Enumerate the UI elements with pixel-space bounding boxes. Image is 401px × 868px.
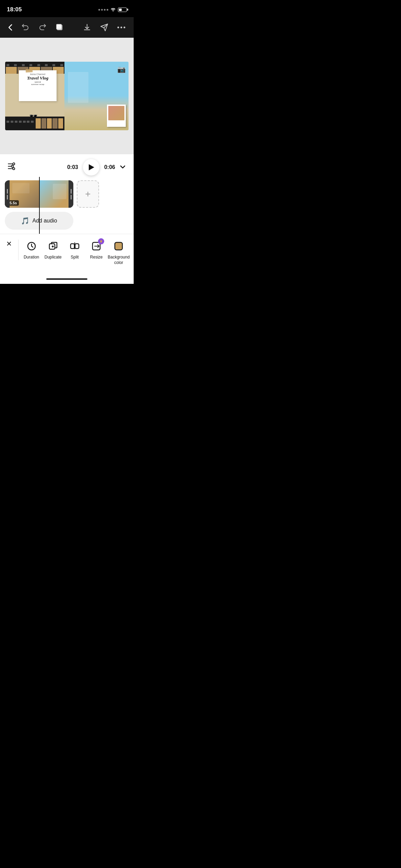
resize-label: Resize — [90, 255, 103, 260]
resize-icon: ♛ — [90, 240, 103, 253]
time-display: 0:03 0:06 — [67, 159, 115, 176]
canvas-preview[interactable]: Anna Channel Travel Vlog special summer … — [5, 62, 129, 130]
svg-text:1: 1 — [58, 25, 60, 29]
film-strip-bottom — [5, 117, 64, 130]
split-tool[interactable]: Split — [64, 240, 85, 265]
more-button[interactable] — [116, 25, 127, 30]
note-channel: Anna Channel — [22, 73, 54, 75]
canvas-area: Anna Channel Travel Vlog special summer … — [0, 38, 134, 154]
play-icon — [89, 164, 94, 170]
duration-label: Duration — [24, 255, 39, 260]
clip-thumbnail-right — [39, 180, 69, 208]
polaroid-photo — [107, 105, 126, 127]
svg-rect-12 — [75, 244, 79, 249]
canvas-right: 📷 — [64, 62, 129, 130]
add-clip-button[interactable]: + — [77, 180, 99, 208]
clip-handle-right[interactable] — [69, 180, 73, 208]
note-subtitle: special summer recap — [22, 81, 54, 86]
signal-icon — [98, 9, 108, 11]
svg-point-6 — [13, 163, 15, 165]
svg-point-5 — [124, 27, 125, 28]
close-btn-area: ✕ — [3, 240, 16, 248]
download-button[interactable] — [82, 22, 93, 33]
share-button[interactable] — [99, 22, 110, 33]
camera-icon-canvas: 📷 — [117, 65, 126, 73]
background-color-tool[interactable]: Background color — [108, 240, 130, 265]
canvas-left: Anna Channel Travel Vlog special summer … — [5, 62, 64, 130]
note-main-title: Travel Vlog — [22, 75, 54, 81]
total-time: 0:06 — [104, 164, 115, 170]
split-label: Split — [71, 255, 78, 260]
play-button[interactable] — [83, 159, 99, 176]
expand-button[interactable] — [119, 163, 127, 172]
plus-icon: + — [85, 189, 90, 200]
duplicate-label: Duplicate — [45, 255, 62, 260]
resize-tool[interactable]: ♛ Resize — [86, 240, 107, 265]
audio-cursor — [39, 208, 40, 234]
current-time: 0:03 — [67, 164, 78, 170]
layers-button[interactable]: 1 — [54, 22, 65, 33]
undo-button[interactable] — [20, 22, 31, 33]
duration-icon — [25, 240, 38, 253]
redo-button[interactable] — [37, 22, 48, 33]
timeline-track: 5.5s + — [5, 180, 129, 208]
handle-lines-right — [71, 189, 72, 200]
status-time: 18:05 — [7, 6, 22, 13]
timeline-track-container: 5.5s + — [0, 180, 134, 208]
home-bar — [46, 278, 87, 280]
bottom-toolbar: ✕ Duration — [0, 234, 134, 276]
background-color-label: Background color — [108, 255, 130, 265]
tool-items: Duration Duplicate — [21, 240, 130, 265]
close-button[interactable]: ✕ — [6, 240, 12, 248]
add-audio-section: 🎵 Add audio — [0, 208, 134, 234]
battery-icon — [118, 8, 127, 12]
timeline-cursor — [39, 177, 40, 211]
status-icons — [98, 7, 127, 12]
svg-rect-14 — [115, 242, 122, 250]
status-bar: 18:05 — [0, 0, 134, 17]
timeline-settings-button[interactable] — [7, 161, 16, 173]
svg-point-8 — [13, 168, 15, 170]
duplicate-tool[interactable]: Duplicate — [43, 240, 63, 265]
back-button[interactable] — [7, 23, 14, 32]
music-icon: 🎵 — [21, 217, 29, 225]
top-toolbar: 1 — [0, 17, 134, 38]
playback-controls: 0:03 0:06 — [0, 154, 134, 180]
toolbar-divider — [18, 240, 19, 260]
add-audio-label: Add audio — [32, 218, 57, 224]
timeline-area: 0:03 0:06 — [0, 154, 134, 276]
home-indicator — [0, 276, 134, 284]
clip-handle-left[interactable] — [5, 180, 10, 208]
svg-point-3 — [118, 27, 119, 28]
crown-badge: ♛ — [98, 238, 104, 244]
split-icon — [68, 240, 81, 253]
person-silhouette — [68, 72, 88, 103]
svg-point-4 — [121, 27, 122, 28]
background-color-icon — [112, 240, 125, 253]
svg-point-7 — [11, 165, 13, 167]
note-paper: Anna Channel Travel Vlog special summer … — [19, 70, 57, 101]
handle-lines-left — [7, 189, 8, 200]
duplicate-icon — [47, 240, 60, 253]
duration-tool[interactable]: Duration — [21, 240, 42, 265]
svg-rect-11 — [71, 244, 74, 249]
wifi-icon — [110, 7, 116, 12]
